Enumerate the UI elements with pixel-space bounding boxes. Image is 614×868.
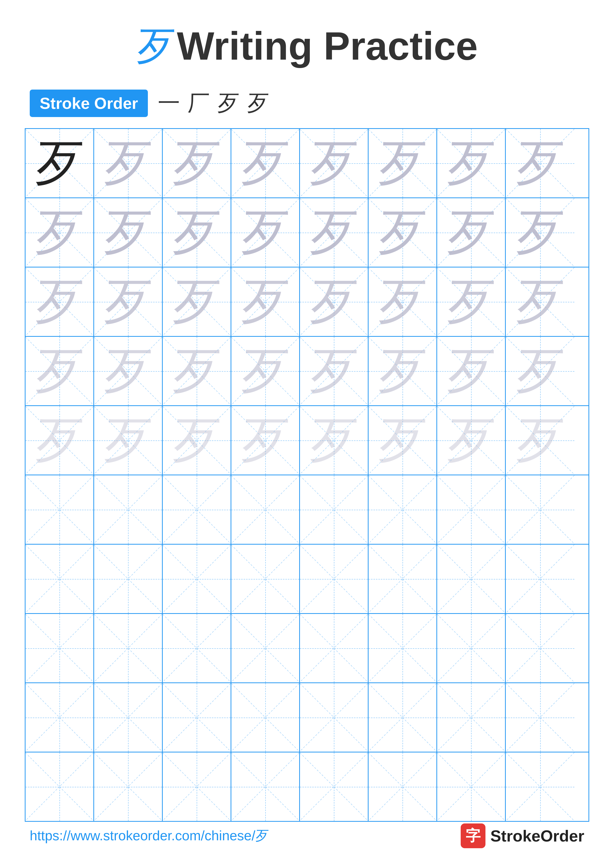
grid-cell[interactable]: 歹 xyxy=(506,198,574,267)
grid-cell[interactable] xyxy=(163,614,231,682)
svg-line-98 xyxy=(94,545,162,613)
ghost-char: 歹 xyxy=(241,277,290,327)
grid-cell[interactable]: 歹 xyxy=(437,337,506,405)
svg-line-84 xyxy=(163,476,231,544)
grid-cell[interactable] xyxy=(163,683,231,752)
grid-cell[interactable]: 歹 xyxy=(368,406,437,474)
grid-cell[interactable]: 歹 xyxy=(437,406,506,474)
grid-cell[interactable]: 歹 xyxy=(25,268,94,336)
grid-cell[interactable] xyxy=(94,614,163,682)
grid-cell[interactable] xyxy=(506,545,574,613)
grid-cell[interactable] xyxy=(368,545,437,613)
grid-cell[interactable] xyxy=(94,545,163,613)
grid-cell[interactable] xyxy=(25,752,94,821)
grid-cell[interactable]: 歹 xyxy=(94,337,163,405)
grid-cell[interactable] xyxy=(25,614,94,682)
grid-cell[interactable] xyxy=(368,614,437,682)
grid-cell[interactable]: 歹 xyxy=(368,129,437,197)
grid-cell[interactable] xyxy=(163,752,231,821)
svg-line-127 xyxy=(506,614,574,682)
grid-cell[interactable]: 歹 xyxy=(437,268,506,336)
grid-cell[interactable]: 歹 xyxy=(231,129,300,197)
grid-row xyxy=(25,683,589,752)
grid-cell[interactable] xyxy=(163,545,231,613)
grid-cell[interactable]: 歹 xyxy=(25,337,94,405)
grid-cell[interactable]: 歹 xyxy=(300,268,368,336)
grid-cell[interactable]: 歹 xyxy=(231,198,300,267)
grid-cell[interactable] xyxy=(231,683,300,752)
grid-cell[interactable]: 歹 xyxy=(300,337,368,405)
grid-cell[interactable] xyxy=(231,545,300,613)
grid-cell[interactable] xyxy=(94,752,163,821)
grid-cell[interactable] xyxy=(506,683,574,752)
ghost-char: 歹 xyxy=(446,277,496,327)
svg-line-96 xyxy=(25,545,93,613)
svg-line-149 xyxy=(163,753,231,821)
grid-cell[interactable] xyxy=(368,752,437,821)
grid-cell[interactable] xyxy=(25,545,94,613)
grid-cell[interactable]: 歹 xyxy=(231,406,300,474)
grid-cell[interactable]: 歹 xyxy=(506,406,574,474)
svg-line-111 xyxy=(506,545,574,613)
grid-cell[interactable] xyxy=(94,475,163,544)
grid-cell[interactable]: 歹 xyxy=(506,129,574,197)
grid-row xyxy=(25,614,589,683)
grid-cell[interactable] xyxy=(437,545,506,613)
grid-cell[interactable]: 歹 xyxy=(231,337,300,405)
grid-cell[interactable]: 歹 xyxy=(163,268,231,336)
grid-cell[interactable] xyxy=(300,614,368,682)
grid-cell[interactable] xyxy=(368,683,437,752)
grid-cell[interactable]: 歹 xyxy=(163,337,231,405)
grid-cell[interactable]: 歹 xyxy=(300,129,368,197)
grid-cell[interactable]: 歹 xyxy=(231,268,300,336)
grid-cell[interactable]: 歹 xyxy=(25,198,94,267)
grid-cell[interactable]: 歹 xyxy=(368,337,437,405)
grid-cell[interactable] xyxy=(506,475,574,544)
grid-cell[interactable]: 歹 xyxy=(94,268,163,336)
grid-cell[interactable] xyxy=(437,475,506,544)
grid-cell[interactable] xyxy=(231,475,300,544)
title-writing-practice: Writing Practice xyxy=(177,24,478,68)
grid-cell[interactable] xyxy=(163,475,231,544)
grid-cell[interactable]: 歹 xyxy=(25,129,94,197)
grid-cell[interactable] xyxy=(231,614,300,682)
grid-cell[interactable] xyxy=(437,752,506,821)
grid-cell[interactable]: 歹 xyxy=(163,198,231,267)
grid-cell[interactable] xyxy=(506,752,574,821)
grid-cell[interactable] xyxy=(437,683,506,752)
grid-cell[interactable] xyxy=(300,475,368,544)
grid-cell[interactable]: 歹 xyxy=(506,268,574,336)
grid-cell[interactable] xyxy=(25,475,94,544)
grid-cell[interactable]: 歹 xyxy=(25,406,94,474)
grid-cell[interactable]: 歹 xyxy=(163,129,231,197)
grid-cell[interactable] xyxy=(506,614,574,682)
ghost-char: 歹 xyxy=(241,416,290,465)
grid-cell[interactable]: 歹 xyxy=(94,406,163,474)
grid-cell[interactable] xyxy=(94,683,163,752)
grid-cell[interactable] xyxy=(300,683,368,752)
ghost-char: 歹 xyxy=(446,346,496,396)
grid-cell[interactable]: 歹 xyxy=(300,406,368,474)
grid-cell[interactable] xyxy=(231,752,300,821)
grid-cell[interactable]: 歹 xyxy=(368,268,437,336)
grid-cell[interactable]: 歹 xyxy=(163,406,231,474)
svg-line-101 xyxy=(163,545,231,613)
grid-cell[interactable]: 歹 xyxy=(437,198,506,267)
grid-cell[interactable]: 歹 xyxy=(368,198,437,267)
svg-line-90 xyxy=(368,476,437,544)
grid-cell[interactable] xyxy=(25,683,94,752)
grid-cell[interactable]: 歹 xyxy=(94,198,163,267)
grid-cell[interactable] xyxy=(437,614,506,682)
svg-line-86 xyxy=(231,476,299,544)
writing-grid: 歹 歹 歹 歹 歹 歹 歹 歹 xyxy=(25,128,589,822)
svg-line-81 xyxy=(25,476,93,544)
grid-cell[interactable]: 歹 xyxy=(94,129,163,197)
svg-line-129 xyxy=(25,684,93,752)
grid-cell[interactable]: 歹 xyxy=(300,198,368,267)
grid-cell[interactable] xyxy=(300,752,368,821)
grid-cell[interactable] xyxy=(300,545,368,613)
grid-cell[interactable] xyxy=(368,475,437,544)
grid-cell[interactable]: 歹 xyxy=(506,337,574,405)
grid-cell[interactable]: 歹 xyxy=(437,129,506,197)
grid-row: 歹 歹 歹 歹 歹 歹 歹 歹 xyxy=(25,129,589,198)
